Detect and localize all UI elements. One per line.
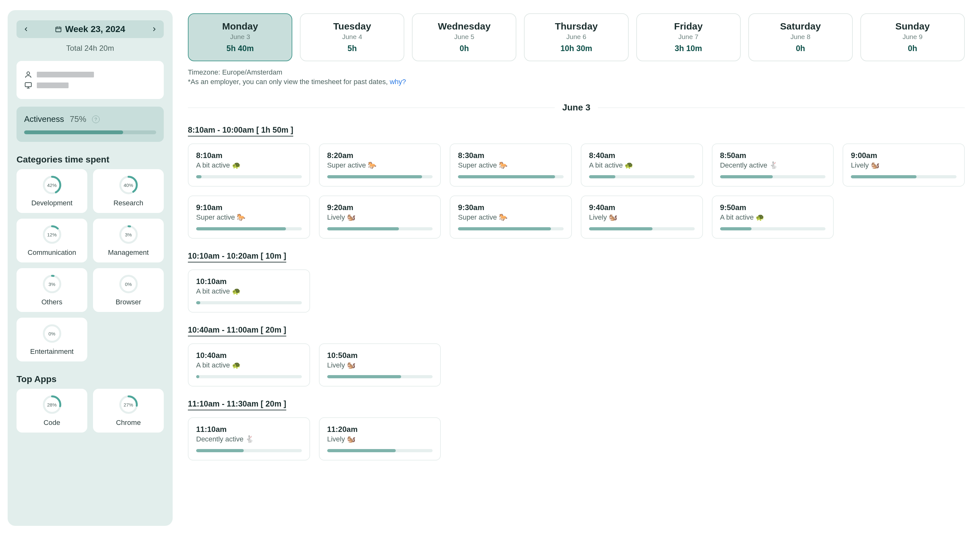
- categories-grid: 42% Development 40% Research 12% Communi…: [16, 169, 164, 361]
- slot-progress: [458, 175, 564, 178]
- block-time-range[interactable]: 11:10am - 11:30am [ 20m ]: [188, 399, 286, 410]
- slot-time: 9:10am: [196, 203, 302, 212]
- day-card[interactable]: Wednesday June 5 0h: [412, 13, 516, 61]
- day-card[interactable]: Tuesday June 4 5h: [300, 13, 404, 61]
- slot-progress: [589, 227, 695, 231]
- activity-slot[interactable]: 11:20am Lively 🐿️: [319, 417, 441, 460]
- day-date: June 8: [752, 33, 849, 41]
- slot-progress: [196, 227, 302, 231]
- category-card[interactable]: 12% Communication: [16, 219, 87, 262]
- timezone-line: Timezone: Europe/Amsterdam: [188, 68, 965, 76]
- day-hours: 10h 30m: [528, 44, 625, 53]
- category-card[interactable]: 0% Entertainment: [16, 318, 87, 361]
- day-hours: 0h: [416, 44, 512, 53]
- activeness-bar-fill: [24, 130, 123, 134]
- day-name: Friday: [640, 21, 737, 32]
- day-card[interactable]: Friday June 7 3h 10m: [636, 13, 741, 61]
- day-date: June 9: [864, 33, 961, 41]
- total-hours: Total 24h 20m: [16, 44, 164, 52]
- activity-slot[interactable]: 8:40am A bit active 🐢: [581, 143, 703, 187]
- activity-slot[interactable]: 9:30am Super active 🐎: [450, 196, 572, 239]
- category-label: Research: [113, 199, 143, 207]
- category-label: Communication: [28, 248, 76, 257]
- activity-slot[interactable]: 8:20am Super active 🐎: [319, 143, 441, 187]
- day-hours: 5h 40m: [192, 44, 288, 53]
- percent-donut: 28%: [43, 395, 62, 414]
- block-time-range[interactable]: 10:40am - 11:00am [ 20m ]: [188, 325, 286, 336]
- block-time-range[interactable]: 8:10am - 10:00am [ 1h 50m ]: [188, 126, 293, 137]
- help-icon[interactable]: ?: [92, 116, 100, 123]
- project-name-redacted: [37, 83, 68, 88]
- day-card[interactable]: Monday June 3 5h 40m: [188, 13, 292, 61]
- percent-donut: 3%: [119, 225, 138, 244]
- category-card[interactable]: 0% Browser: [93, 268, 164, 312]
- activity-slot[interactable]: 8:30am Super active 🐎: [450, 143, 572, 187]
- slot-time: 8:20am: [327, 151, 433, 160]
- category-card[interactable]: 3% Management: [93, 219, 164, 262]
- day-hours: 0h: [752, 44, 849, 53]
- slot-progress: [327, 175, 433, 178]
- project-row[interactable]: [24, 81, 156, 89]
- slot-activity: Lively 🐿️: [327, 213, 433, 221]
- slot-progress: [196, 449, 302, 452]
- percent-donut: 12%: [43, 225, 62, 244]
- day-card[interactable]: Sunday June 9 0h: [861, 13, 965, 61]
- category-card[interactable]: 40% Research: [93, 169, 164, 213]
- slot-grid: 11:10am Decently active 🐇 11:20am Lively…: [188, 417, 965, 460]
- category-label: Management: [108, 248, 148, 257]
- slot-activity: A bit active 🐢: [196, 287, 302, 296]
- activeness-bar: [24, 130, 156, 134]
- prev-week-button[interactable]: [21, 24, 31, 34]
- day-card[interactable]: Thursday June 6 10h 30m: [524, 13, 628, 61]
- day-hours: 0h: [864, 44, 961, 53]
- day-date: June 7: [640, 33, 737, 41]
- slot-time: 8:40am: [589, 151, 695, 160]
- slot-progress: [720, 175, 826, 178]
- percent-donut: 27%: [119, 395, 138, 414]
- day-name: Saturday: [752, 21, 849, 32]
- percent-donut: 0%: [119, 275, 138, 294]
- day-name: Wednesday: [416, 21, 512, 32]
- activity-slot[interactable]: 9:10am Super active 🐎: [188, 196, 310, 239]
- activity-slot[interactable]: 9:20am Lively 🐿️: [319, 196, 441, 239]
- svg-rect-0: [56, 27, 61, 32]
- slot-progress: [851, 175, 956, 178]
- app-label: Code: [43, 418, 60, 427]
- slot-grid: 8:10am A bit active 🐢 8:20am Super activ…: [188, 143, 965, 239]
- app-label: Chrome: [116, 418, 141, 427]
- app-card[interactable]: 28% Code: [16, 389, 87, 433]
- user-row[interactable]: [24, 70, 156, 79]
- day-date: June 3: [192, 33, 288, 41]
- activeness-card: Activeness 75% ?: [16, 107, 164, 142]
- activity-slot[interactable]: 8:10am A bit active 🐢: [188, 143, 310, 187]
- activity-slot[interactable]: 10:10am A bit active 🐢: [188, 269, 310, 313]
- day-card[interactable]: Saturday June 8 0h: [748, 13, 853, 61]
- categories-title: Categories time spent: [16, 154, 164, 165]
- activity-slot[interactable]: 11:10am Decently active 🐇: [188, 417, 310, 460]
- activity-slot[interactable]: 9:40am Lively 🐿️: [581, 196, 703, 239]
- activity-slot[interactable]: 10:50am Lively 🐿️: [319, 344, 441, 386]
- activity-slot[interactable]: 9:50am A bit active 🐢: [712, 196, 834, 239]
- slot-time: 8:10am: [196, 151, 302, 160]
- next-week-button[interactable]: [149, 24, 159, 34]
- why-link[interactable]: why?: [390, 78, 406, 86]
- slot-time: 9:30am: [458, 203, 564, 212]
- slot-activity: Super active 🐎: [458, 213, 564, 221]
- block-time-range[interactable]: 10:10am - 10:20am [ 10m ]: [188, 251, 286, 262]
- activity-slot[interactable]: 9:00am Lively 🐿️: [843, 143, 965, 187]
- slot-activity: A bit active 🐢: [589, 161, 695, 169]
- activity-block: 10:10am - 10:20am [ 10m ] 10:10am A bit …: [188, 251, 965, 313]
- activity-slot[interactable]: 8:50am Decently active 🐇: [712, 143, 834, 187]
- app-card[interactable]: 27% Chrome: [93, 389, 164, 433]
- activity-slot[interactable]: 10:40am A bit active 🐢: [188, 344, 310, 386]
- category-card[interactable]: 3% Others: [16, 268, 87, 312]
- category-card[interactable]: 42% Development: [16, 169, 87, 213]
- slot-grid: 10:40am A bit active 🐢 10:50am Lively 🐿️: [188, 344, 965, 386]
- day-name: Tuesday: [304, 21, 401, 32]
- slot-time: 8:50am: [720, 151, 826, 160]
- user-name-redacted: [37, 72, 94, 78]
- slot-time: 11:20am: [327, 425, 433, 434]
- week-label[interactable]: Week 23, 2024: [55, 24, 125, 34]
- slot-time: 9:20am: [327, 203, 433, 212]
- user-icon: [24, 70, 32, 79]
